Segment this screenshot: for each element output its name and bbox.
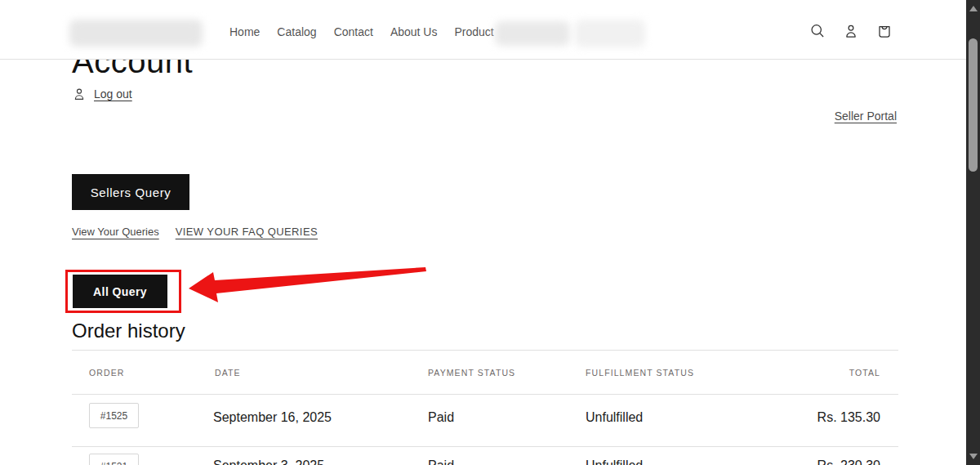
cart-icon[interactable] xyxy=(876,23,893,39)
redacted-text xyxy=(575,20,645,47)
table-top-border xyxy=(72,350,898,351)
redacted-text xyxy=(495,21,570,46)
column-header-payment-status: PAYMENT STATUS xyxy=(428,368,515,378)
nav-link-catalog[interactable]: Catalog xyxy=(277,25,316,38)
account-page: Account Log out Seller Portal Sellers Qu… xyxy=(0,0,980,465)
fulfillment-status: Unfulfilled xyxy=(586,410,643,425)
query-links-row: View Your Queries VIEW YOUR FAQ QUERIES xyxy=(72,226,318,238)
logout-label: Log out xyxy=(94,87,132,101)
scrollbar-thumb[interactable] xyxy=(969,38,978,172)
column-header-total: TOTAL xyxy=(849,368,880,378)
annotation-arrow xyxy=(184,263,429,309)
payment-status: Paid xyxy=(428,410,454,425)
account-icon[interactable] xyxy=(843,23,859,39)
table-row-border xyxy=(72,446,898,447)
order-history-heading: Order history xyxy=(72,320,185,342)
site-header: Home Catalog Contact About Us Product xyxy=(0,0,966,60)
order-total: Rs. 230.30 xyxy=(817,458,880,465)
redacted-store-logo xyxy=(69,20,203,47)
order-total: Rs. 135.30 xyxy=(817,410,880,425)
order-number-link[interactable]: #1525 xyxy=(89,403,139,428)
sellers-query-button[interactable]: Sellers Query xyxy=(72,174,189,210)
payment-status: Paid xyxy=(428,458,454,465)
view-faq-queries-link[interactable]: VIEW YOUR FAQ QUERIES xyxy=(176,226,318,238)
order-number-link[interactable]: #1521 xyxy=(89,454,139,465)
scrollbar-down-arrow[interactable] xyxy=(969,454,978,459)
header-icons xyxy=(809,23,893,39)
nav-link-home[interactable]: Home xyxy=(229,25,260,38)
fulfillment-status: Unfulfilled xyxy=(586,458,643,465)
nav-link-about-us[interactable]: About Us xyxy=(390,25,438,38)
annotation-highlight-box xyxy=(65,270,181,313)
order-history-table: ORDER DATE PAYMENT STATUS FULFILLMENT ST… xyxy=(72,350,898,465)
column-header-fulfillment-status: FULFILLMENT STATUS xyxy=(586,368,694,378)
main-nav: Home Catalog Contact About Us Product xyxy=(229,25,494,38)
search-icon[interactable] xyxy=(809,23,826,39)
logout-link[interactable]: Log out xyxy=(72,87,132,101)
order-date: September 16, 2025 xyxy=(213,410,332,425)
nav-link-contact[interactable]: Contact xyxy=(334,25,373,38)
vertical-scrollbar[interactable] xyxy=(966,0,980,465)
order-date: September 3, 2025 xyxy=(213,458,324,465)
seller-portal-link[interactable]: Seller Portal xyxy=(835,110,897,123)
nav-link-product[interactable]: Product xyxy=(454,25,493,38)
view-your-queries-link[interactable]: View Your Queries xyxy=(72,226,159,238)
main-content: Account Log out Seller Portal Sellers Qu… xyxy=(0,0,980,465)
column-header-date: DATE xyxy=(215,368,241,378)
person-icon xyxy=(72,87,87,101)
scrollbar-up-arrow[interactable] xyxy=(969,6,978,11)
column-header-order: ORDER xyxy=(89,368,124,378)
table-header-border xyxy=(72,394,898,395)
